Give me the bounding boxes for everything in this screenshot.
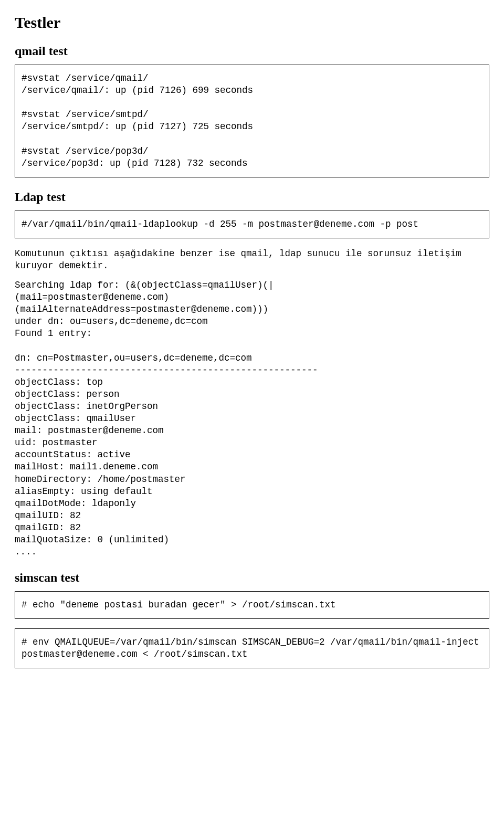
section-heading-ldap: Ldap test [15,190,489,204]
code-box-ldap-cmd: #/var/qmail/bin/qmail-ldaplookup -d 255 … [15,211,489,238]
ldap-output: Searching ldap for: (&(objectClass=qmail… [15,279,489,558]
section-heading-simscan: simscan test [15,571,489,585]
code-box-qmail: #svstat /service/qmail/ /service/qmail/:… [15,65,489,177]
ldap-note: Komutunun çıktısı aşağıdakine benzer ise… [15,248,489,272]
code-box-simscan-2: # env QMAILQUEUE=/var/qmail/bin/simscan … [15,628,489,668]
page-title: Testler [15,14,489,31]
code-box-simscan-1: # echo "deneme postasi buradan gecer" > … [15,591,489,619]
section-heading-qmail: qmail test [15,44,489,58]
